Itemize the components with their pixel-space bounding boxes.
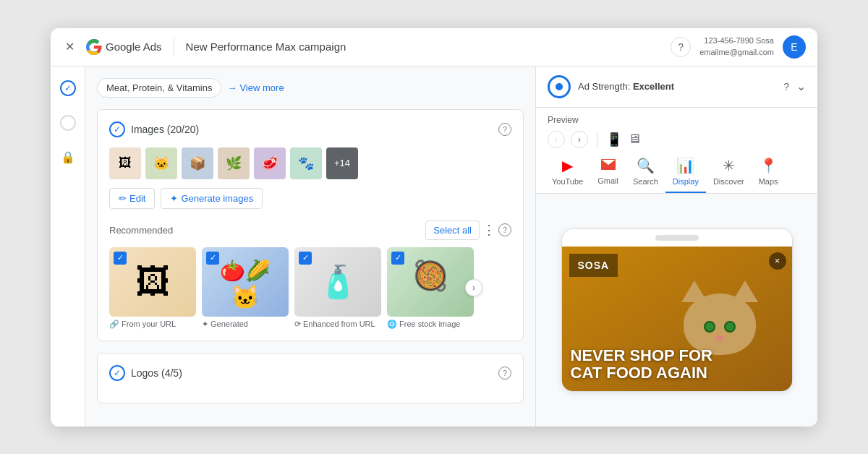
discover-tab-label: Discover: [713, 177, 744, 186]
step-2-circle-icon: [60, 115, 76, 131]
lock-icon: 🔒: [61, 150, 75, 164]
image-source-3: Free stock image: [399, 320, 460, 328]
maps-tab-label: Maps: [759, 177, 778, 186]
preview-next-button[interactable]: ›: [571, 131, 588, 148]
cat-image-icon: 🐱: [231, 283, 260, 311]
arrow-right-icon: →: [227, 82, 237, 93]
ad-strength-label: Ad Strength:: [578, 81, 630, 92]
image-box-1[interactable]: ✓ 🐱 🍅🌽: [202, 247, 289, 317]
ad-cta-text: NEVER SHOP FOR CAT FOOD AGAIN: [571, 347, 783, 382]
content-area: Meat, Protein, & Vitamins → View more ✓ …: [85, 67, 535, 427]
images-section-title: Images (20/20): [131, 124, 493, 135]
tag-pill[interactable]: Meat, Protein, & Vitamins: [97, 78, 221, 98]
generate-images-button[interactable]: ✦ Generate images: [161, 188, 263, 209]
ad-strength-text: Ad Strength: Excellent: [578, 81, 776, 92]
images-section-header: ✓ Images (20/20) ?: [109, 121, 511, 137]
image-label-3: 🌐 Free stock image: [387, 320, 474, 329]
tab-search[interactable]: 🔍 Search: [626, 151, 665, 193]
app-window: ✕ Google Ads New Performance Max campaig…: [51, 28, 817, 427]
logos-help-icon[interactable]: ?: [498, 367, 511, 380]
thumb-1: 🖼: [109, 147, 141, 179]
thumb-5: 🥩: [254, 147, 286, 179]
preview-prev-button[interactable]: ‹: [548, 131, 565, 148]
thumb-3-icon: 📦: [182, 147, 213, 179]
tab-gmail[interactable]: Gmail: [590, 151, 626, 193]
image-box-3[interactable]: ✓ 🥘: [387, 247, 474, 317]
select-all-button[interactable]: Select all: [425, 220, 480, 240]
image-source-0: From your URL: [122, 320, 176, 328]
mobile-device-icon[interactable]: 📱: [606, 132, 622, 147]
logos-section-header: ✓ Logos (4/5) ?: [109, 365, 511, 381]
account-info: 123-456-7890 Sosa emailme@gmail.com: [699, 35, 774, 58]
sidebar-step-1[interactable]: ✓: [58, 78, 78, 98]
main-body: ✓ 🔒 Meat, Protein, & Vitamins → View mor…: [51, 67, 817, 427]
thumb-4: 🌿: [218, 147, 250, 179]
thumb-3: 📦: [182, 147, 213, 179]
preview-nav-divider: [597, 131, 597, 148]
strength-help-icon[interactable]: ?: [783, 81, 789, 93]
collapse-icon[interactable]: ⌄: [796, 80, 806, 93]
tag-row: Meat, Protein, & Vitamins → View more: [97, 78, 524, 98]
images-help-icon[interactable]: ?: [498, 123, 511, 136]
sidebar: ✓ 🔒: [51, 67, 85, 427]
image-source-2: Enhanced from URL: [303, 320, 375, 328]
edit-button[interactable]: ✏ Edit: [109, 188, 155, 209]
images-section: ✓ Images (20/20) ? 🖼 🐱 📦: [97, 109, 524, 341]
preview-header: Preview ‹ › 📱 🖥: [536, 108, 817, 151]
page-title: New Performance Max campaign: [186, 40, 663, 53]
recommended-help-icon[interactable]: ?: [498, 223, 511, 236]
logos-section: ✓ Logos (4/5) ?: [97, 353, 524, 403]
image-label-2: ⟳ Enhanced from URL: [294, 320, 381, 329]
image-check-1: ✓: [206, 252, 219, 265]
tab-discover[interactable]: ✳ Discover: [706, 151, 752, 193]
generate-label: Generate images: [181, 193, 253, 204]
google-ads-logo: Google Ads: [85, 38, 162, 56]
image-source-1: Generated: [210, 320, 248, 328]
phone-mockup: SOSA NEVER SHOP FOR CAT FOOD AGAIN ×: [561, 228, 793, 392]
more-options-icon[interactable]: ⋮: [482, 222, 495, 238]
edit-label: Edit: [129, 193, 145, 204]
thumb-5-icon: 🥩: [254, 147, 286, 179]
logos-check-icon: ✓: [109, 365, 125, 381]
display-icon: 📊: [676, 157, 694, 174]
phone-notch-bar: [562, 229, 792, 247]
right-panel: Ad Strength: Excellent ? ⌄ Preview ‹ › 📱…: [535, 67, 817, 427]
preview-nav: ‹ › 📱 🖥: [548, 131, 806, 148]
ad-strength-icon: [548, 75, 571, 98]
youtube-tab-label: YouTube: [552, 177, 583, 186]
youtube-icon: ▶: [562, 157, 573, 174]
strength-inner-dot: [556, 83, 563, 90]
enhance-icon-2: ⟳: [294, 320, 301, 329]
channel-tabs: ▶ YouTube Gmail 🔍 Search 📊 Display: [536, 151, 817, 194]
image-item-2: ✓ 🧴 ⟳ Enhanced from URL: [294, 247, 381, 329]
account-email: emailme@gmail.com: [699, 47, 774, 58]
ad-image: SOSA NEVER SHOP FOR CAT FOOD AGAIN ×: [562, 247, 792, 391]
header-divider: [174, 38, 174, 56]
gmail-icon: [601, 157, 616, 174]
help-button[interactable]: ?: [671, 37, 691, 57]
image-label-0: 🔗 From your URL: [109, 320, 196, 329]
tab-youtube[interactable]: ▶ YouTube: [545, 151, 590, 193]
tab-maps[interactable]: 📍 Maps: [752, 151, 786, 193]
tab-display[interactable]: 📊 Display: [665, 151, 706, 193]
ad-headline-1: NEVER SHOP FOR: [571, 347, 783, 364]
sidebar-step-2[interactable]: [58, 113, 78, 133]
search-tab-label: Search: [633, 177, 658, 186]
image-item-3: ✓ 🥘 🌐 Free stock image ›: [387, 247, 474, 329]
link-icon-0: 🔗: [109, 320, 119, 329]
desktop-device-icon[interactable]: 🖥: [628, 132, 641, 147]
account-avatar[interactable]: E: [783, 35, 806, 59]
search-icon: 🔍: [637, 157, 655, 174]
view-more-link[interactable]: → View more: [227, 82, 284, 93]
thumb-2: 🐱: [145, 147, 177, 179]
sidebar-step-lock: 🔒: [58, 147, 78, 168]
thumb-4-icon: 🌿: [218, 147, 250, 179]
ad-close-button[interactable]: ×: [769, 252, 786, 270]
close-button[interactable]: ✕: [62, 40, 77, 54]
image-box-2[interactable]: ✓ 🧴: [294, 247, 381, 317]
recommended-label: Recommended: [109, 225, 425, 236]
image-check-3: ✓: [391, 252, 404, 265]
image-box-0[interactable]: ✓ 🖼: [109, 247, 196, 317]
next-image-button[interactable]: ›: [465, 279, 482, 296]
phone-notch: [655, 235, 699, 241]
